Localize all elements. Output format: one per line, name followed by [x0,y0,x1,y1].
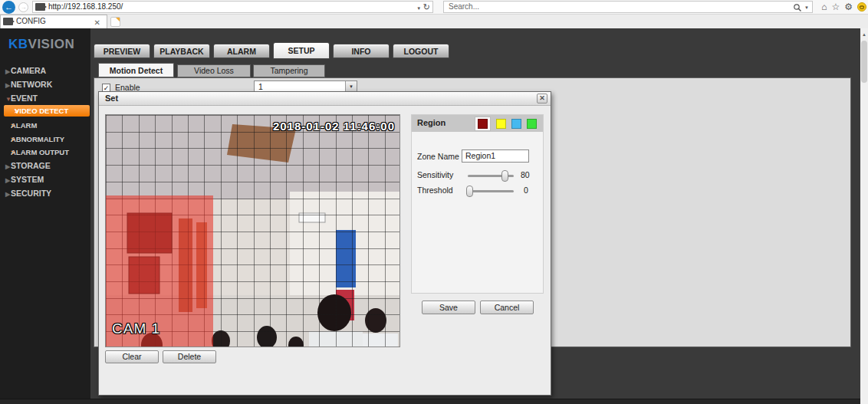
cancel-button[interactable]: Cancel [480,301,534,314]
zone-name-label: Zone Name [417,152,459,161]
page-content: KBVISION ▶CAMERA ▶NETWORK ▼EVENT >VIDEO … [0,28,868,404]
sidebar-item-alarm-output[interactable]: >ALARM OUTPUT [0,146,90,158]
browser-navbar: ← → http://192.168.18.250/ ▼ ↻ Search...… [0,0,868,15]
feedback-smiley-icon[interactable] [857,2,866,11]
search-input[interactable]: Search... ▼ [443,1,813,13]
site-favicon-icon [35,3,45,11]
sub-item-arrow-icon: > [0,147,11,159]
tab-info[interactable]: INFO [333,44,390,58]
new-tab-icon[interactable] [110,17,120,27]
search-placeholder: Search... [449,2,479,11]
tab-logout[interactable]: LOGOUT [393,44,449,58]
camera-name-label: CAM 1 [112,320,160,337]
home-icon[interactable]: ⌂ [821,2,827,12]
blue-swatch-icon[interactable] [511,119,521,129]
ie-window: ← → http://192.168.18.250/ ▼ ↻ Search...… [0,0,868,404]
window-bottom-edge [0,399,868,404]
clear-button[interactable]: Clear [105,350,159,363]
region-settings-panel: Region Zone Name Region1 Sensitivity [411,114,544,294]
chevron-right-icon: ▶ [0,80,11,92]
chevron-right-icon: ▶ [0,175,11,187]
scrollbar-up-icon[interactable]: ▲ [860,30,868,39]
sidebar-item-network[interactable]: ▶NETWORK [0,78,90,90]
dialog-title: Set [99,92,551,106]
zone-name-input[interactable]: Region1 [462,149,529,163]
threshold-slider-handle[interactable] [466,186,473,197]
sidebar-item-camera[interactable]: ▶CAMERA [0,64,90,77]
sidebar-item-video-detect[interactable]: >VIDEO DETECT [4,105,90,117]
tab-preview[interactable]: PREVIEW [94,44,150,58]
video-timestamp: 2018-01-02 11:46:00 [273,120,395,133]
sub-item-arrow-icon: > [4,106,15,117]
address-bar[interactable]: http://192.168.18.250/ ▼ ↻ [32,1,433,13]
chevron-down-icon: ▼ [0,94,11,106]
sensitivity-slider-handle[interactable] [501,170,508,182]
favorites-star-icon[interactable]: ☆ [831,2,840,12]
tab-playback[interactable]: PLAYBACK [153,44,210,58]
close-icon[interactable]: ✕ [537,94,547,103]
tab-setup[interactable]: SETUP [273,42,330,59]
tab-alarm[interactable]: ALARM [213,44,270,58]
tab-favicon-icon [3,18,13,25]
subtab-video-loss[interactable]: Video Loss [177,64,251,77]
sensitivity-label: Sensitivity [417,170,453,179]
set-dialog: Set ✕ [98,91,551,396]
subtab-motion-detect[interactable]: Motion Detect [98,63,174,77]
threshold-label: Threshold [417,186,453,195]
camera-video-frame[interactable]: 2018-01-02 11:46:00 CAM 1 [105,114,400,347]
enable-checkbox[interactable]: ✓ [102,84,110,92]
yellow-swatch-icon[interactable] [496,119,506,129]
sidebar-item-storage[interactable]: ▶STORAGE [0,159,90,172]
sidebar-item-alarm[interactable]: >ALARM [0,120,90,131]
search-dropdown-icon[interactable]: ▼ [804,2,809,13]
tab-close-icon[interactable]: ✕ [94,17,100,29]
red-swatch-icon[interactable] [478,119,488,129]
vertical-scrollbar[interactable]: ▲ [860,28,868,404]
kbvision-logo: KBVISION [8,37,74,52]
delete-button[interactable]: Delete [163,350,216,363]
sub-item-arrow-icon: > [0,120,11,132]
sub-item-arrow-icon: > [0,134,11,146]
sidebar-item-system[interactable]: ▶SYSTEM [0,173,90,186]
forward-icon[interactable]: → [18,2,28,12]
sensitivity-slider[interactable] [468,175,514,177]
chevron-right-icon: ▶ [0,161,11,173]
tab-title: CONFIG [16,17,46,25]
threshold-slider[interactable] [468,190,514,192]
scrollbar-thumb[interactable] [861,41,867,83]
url-dropdown-icon[interactable]: ▼ [416,6,421,11]
sidebar-item-abnormality[interactable]: >ABNORMALITY [0,133,90,145]
region-color-red-selected[interactable] [475,117,491,131]
browser-tab-config[interactable]: CONFIG ✕ [0,15,107,28]
green-swatch-icon[interactable] [527,119,537,129]
save-button[interactable]: Save [422,301,475,314]
back-icon[interactable]: ← [2,1,15,14]
refresh-icon[interactable]: ↻ [423,2,430,11]
sensitivity-value: 80 [521,170,530,179]
settings-gear-icon[interactable]: ⚙ [844,2,853,12]
subtab-tampering[interactable]: Tampering [253,64,325,77]
chevron-right-icon: ▶ [0,66,11,78]
browser-tabbar: CONFIG ✕ [0,15,868,28]
url-text: http://192.168.18.250/ [48,2,123,11]
region-header: Region [412,115,543,132]
sidebar-item-security[interactable]: ▶SECURITY [0,187,90,199]
sidebar: KBVISION ▶CAMERA ▶NETWORK ▼EVENT >VIDEO … [0,28,90,404]
chevron-right-icon: ▶ [0,189,11,201]
sidebar-item-event[interactable]: ▼EVENT [0,92,90,104]
threshold-value: 0 [524,186,528,195]
search-icon[interactable] [793,3,802,12]
